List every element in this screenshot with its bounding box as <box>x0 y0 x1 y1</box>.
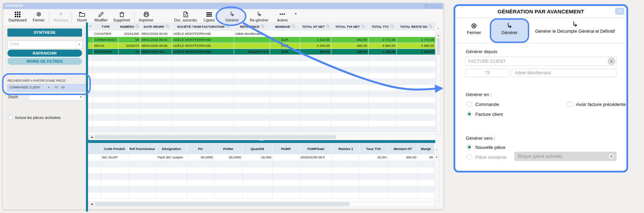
dialog-close-button[interactable]: × <box>615 8 624 15</box>
close-button[interactable]: × <box>436 4 441 8</box>
documents-vscrollbar[interactable]: ▲ <box>436 33 441 135</box>
radio-nouvelle-piece[interactable]: Nouvelle pièce <box>467 144 505 150</box>
search-icon[interactable] <box>165 25 168 27</box>
radio-commande[interactable]: Commande <box>467 101 499 107</box>
radio-piece-existante[interactable]: Pièce existante <box>467 154 506 160</box>
lines-hscrollbar[interactable]: ◀ <box>89 201 435 207</box>
scroll-left-button[interactable]: ◀ <box>89 135 94 139</box>
chevron-down-icon[interactable]: ▼ <box>80 96 82 98</box>
chevron-down-icon[interactable]: ▼ <box>76 41 82 49</box>
search-icon[interactable] <box>226 25 229 27</box>
col-numero[interactable]: NUMÉRO <box>118 23 140 31</box>
window-title: SYNTHESE <box>5 4 24 7</box>
table-row-empty <box>88 73 435 79</box>
table-row-empty <box>88 126 435 132</box>
search-icon[interactable] <box>429 25 432 27</box>
documents-hscrollbar[interactable]: ◀ <box>89 134 436 140</box>
depot-dropdown[interactable]: ▼ <box>29 94 83 101</box>
col-punet[interactable]: PUNet <box>214 143 242 154</box>
col-societe[interactable]: SOCIÉTÉ / NOM FACTURATION <box>172 23 234 31</box>
fermer-button[interactable]: ⊗ Fermer <box>30 10 48 25</box>
col-monnaie[interactable]: MONNAIE <box>270 23 300 31</box>
table-row-product[interactable]: WC-SUSP Pack WC suspen66,0000 66,000015,… <box>88 154 434 161</box>
col-remise[interactable]: Remise 1 <box>332 143 359 154</box>
plus-icon: + <box>52 10 70 18</box>
maximize-button[interactable]: □ <box>430 4 435 8</box>
chevron-down-icon[interactable]: ▼ <box>608 58 615 65</box>
less-filters-button[interactable]: MOINS DE FILTRES <box>7 58 82 65</box>
table-row-empty <box>88 90 435 96</box>
scroll-up-button[interactable]: ▲ <box>434 156 439 158</box>
scrollbar-thumb[interactable] <box>437 38 440 55</box>
generer-decompte-button[interactable]: ↳ Générer le Décompte Général et Définit… <box>533 20 617 34</box>
dialog-fermer-button[interactable]: ⊗ Fermer <box>461 21 487 36</box>
source-number-field[interactable]: 73 <box>465 69 509 77</box>
scrollbar-thumb[interactable] <box>95 135 336 139</box>
col-montant-ht[interactable]: Montant HT <box>388 143 418 154</box>
search-icon[interactable] <box>326 25 329 27</box>
search-icon[interactable] <box>261 25 264 27</box>
refresh-button[interactable]: RAFRAICHIR <box>7 50 82 57</box>
table-row-commandes[interactable]: COMMANDES59 08/01/2026 09:04ADÈLE MONTFE… <box>88 37 435 43</box>
generate-as-label: Générer en : <box>466 92 492 97</box>
filter-sidebar: SYNTHESE TYPE ▼ RAFRAICHIR MOINS DE FILT… <box>5 26 89 208</box>
lines-table: Code Produit Ref Fournisseur Désignation… <box>88 143 434 201</box>
search-piece-type-dropdown[interactable]: COMMANDE CLIENT ▼ <box>7 84 52 92</box>
more-columns-chevron[interactable]: › <box>436 148 437 151</box>
minimize-button[interactable]: _ <box>424 4 429 8</box>
toolbar-separator <box>71 12 72 23</box>
col-quantite[interactable]: Quantité <box>242 143 273 154</box>
radio-checked-icon[interactable] <box>467 144 472 150</box>
col-pump[interactable]: PUMP <box>273 143 299 154</box>
dashboard-button[interactable]: Dashboard <box>7 10 29 25</box>
generate-arrow-icon: ↳ <box>533 20 617 29</box>
col-pu[interactable]: PU <box>187 143 214 154</box>
col-type[interactable]: TYPE <box>93 23 118 31</box>
col-designation[interactable]: Désignation <box>156 143 187 154</box>
search-icon[interactable] <box>136 25 138 27</box>
search-icon[interactable] <box>361 25 364 27</box>
include-archived-checkbox[interactable] <box>8 115 13 120</box>
window-titlebar[interactable]: SYNTHESE _ □ × <box>3 3 443 9</box>
type-dropdown[interactable]: TYPE ▼ <box>7 40 83 49</box>
col-ref-fournisseur[interactable]: Ref Fournisseur <box>128 143 156 154</box>
col-total-tva[interactable]: TOTAL TVA NET <box>331 23 368 31</box>
scrollbar-thumb[interactable] <box>95 202 350 206</box>
chevron-down-icon[interactable]: ▼ <box>48 84 50 91</box>
nouveau-button[interactable]: + Nouveau <box>52 10 70 25</box>
radio-icon[interactable] <box>467 101 472 107</box>
radio-checked-icon[interactable] <box>467 111 472 117</box>
col-total-ttc[interactable]: TOTAL TTC <box>368 23 396 31</box>
scroll-left-button[interactable]: ◀ <box>89 202 94 206</box>
col-taux-tva[interactable]: Taux TVA <box>359 143 388 154</box>
table-row-empty <box>88 186 434 192</box>
radio-avoir-facture[interactable]: Avoir facture précédente <box>567 101 626 107</box>
pencil-icon <box>92 10 110 18</box>
search-piece-number-field[interactable]: N° : 59 <box>52 84 88 92</box>
search-icon[interactable] <box>390 25 393 27</box>
table-row-factures-selected[interactable]: FACTURES73 08/01/2026 09:1ADÈLE MONTFERR… <box>88 49 435 55</box>
dialog-toolbar: ⊗ Fermer ↳ Générer ↳ Générer le Décompte… <box>455 18 626 43</box>
more-columns-chevron[interactable]: › <box>438 27 439 30</box>
dialog-generer-button[interactable]: ↳ Générer <box>490 18 529 43</box>
existing-piece-dropdown: Bloqué (pièce actuelle) ▼ <box>514 152 617 161</box>
table-row-empty <box>88 173 434 180</box>
col-total-reste[interactable]: TOTAL RESTE DU <box>396 23 435 31</box>
radio-icon[interactable] <box>567 101 573 107</box>
col-pumpdate[interactable]: PUMPDate <box>299 143 332 154</box>
scroll-up-button[interactable]: ▲ <box>436 34 440 37</box>
table-row-devis[interactable]: DEVIS2025074 08/01/2026 08:55ADÈLE MONTF… <box>88 43 435 49</box>
table-row-chantier[interactable]: CHANTIER20241268 08/01/2026 00:00ADÈLE M… <box>88 31 435 37</box>
radio-facture-client[interactable]: Facture client <box>467 111 503 117</box>
collapse-chevron-icon[interactable]: ^ <box>88 23 93 31</box>
col-date-heure[interactable]: DATE HEURE <box>140 23 172 31</box>
col-total-ht[interactable]: TOTAL HT NET <box>300 23 331 31</box>
source-type-dropdown[interactable]: FACTURE CLIENT ▼ <box>465 57 617 66</box>
col-code-produit[interactable]: Code Produit <box>101 143 128 154</box>
lines-vscrollbar[interactable]: ▲ <box>434 155 439 201</box>
search-icon[interactable] <box>292 25 294 27</box>
col-marge[interactable]: Marge <box>418 143 434 154</box>
col-reference[interactable]: RÉFÉRENCE <box>234 23 270 31</box>
source-name-field[interactable]: Adèle Montferrand <box>512 69 617 77</box>
table-row-empty <box>88 114 435 120</box>
